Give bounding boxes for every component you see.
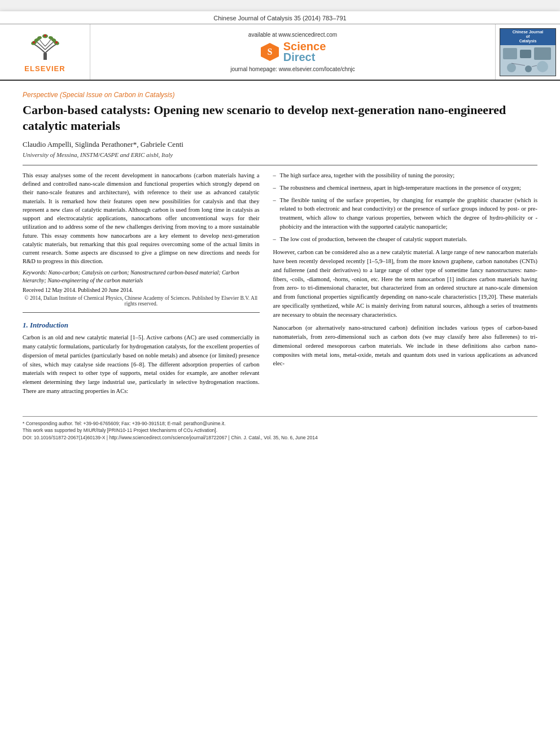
- copyright-line: © 2014, Dalian Institute of Chemical Phy…: [23, 295, 260, 307]
- list-item-2: The robustness and chemical inertness, a…: [273, 184, 537, 193]
- svg-rect-16: [534, 47, 551, 60]
- authors: Claudio Ampelli, Siglinda Perathoner*, G…: [23, 140, 537, 149]
- intro-text: Carbon is an old and new catalytic mater…: [23, 333, 260, 395]
- svg-point-9: [55, 41, 58, 43]
- footer-area: * Corresponding author. Tel: +39-90-6765…: [23, 416, 537, 442]
- divider-top: [23, 165, 537, 165]
- affiliation: University of Messina, INSTM/CASPE and E…: [23, 151, 537, 158]
- left-column: This essay analyses some of the recent d…: [23, 171, 260, 396]
- keywords: Keywords: Nano-carbon; Catalysis on carb…: [23, 269, 260, 285]
- cjc-journal-cover: Chinese Journal of Catalysis: [500, 28, 556, 76]
- cjc-cover-image: [500, 45, 555, 76]
- properties-list: The high surface area, together with the…: [273, 171, 537, 243]
- sciencedirect-box: available at www.sciencedirect.com S Sci…: [90, 24, 495, 80]
- svg-text:S: S: [267, 47, 272, 56]
- available-text: available at www.sciencedirect.com: [248, 32, 337, 38]
- svg-point-17: [507, 63, 516, 72]
- article-title: Carbon-based catalysts: Opening new scen…: [23, 102, 537, 133]
- sciencedirect-icon: S: [260, 42, 280, 62]
- perspective-label: Perspective (Special Issue on Carbon in …: [23, 91, 537, 99]
- elsevier-logo-box: ELSEVIER: [0, 24, 90, 80]
- section-1-heading: 1. Introduction: [23, 321, 260, 330]
- elsevier-wordmark: ELSEVIER: [24, 64, 65, 73]
- svg-point-19: [537, 61, 548, 72]
- svg-point-8: [33, 41, 35, 43]
- two-column-layout: This essay analyses some of the recent d…: [23, 171, 537, 396]
- sciencedirect-logo: S Science Direct: [260, 40, 326, 64]
- abstract-text: This essay analyses some of the recent d…: [23, 171, 260, 265]
- svg-rect-14: [503, 48, 517, 59]
- journal-citation: Chinese Journal of Catalysis 35 (2014) 7…: [0, 11, 560, 24]
- divider-mid: [23, 312, 260, 313]
- svg-point-10: [44, 34, 46, 37]
- list-item-4: The low cost of production, between the …: [273, 235, 537, 244]
- top-banner: ELSEVIER available at www.sciencedirect.…: [0, 24, 560, 81]
- cjc-title: Chinese Journal of Catalysis: [500, 29, 555, 45]
- corresponding-author: * Corresponding author. Tel: +39-90-6765…: [23, 420, 537, 427]
- svg-rect-15: [520, 50, 531, 58]
- doi-line: DOI: 10.1016/S1872-2067(14)60139-X | htt…: [23, 434, 537, 442]
- svg-point-18: [525, 65, 532, 72]
- cjc-logo-box: Chinese Journal of Catalysis: [495, 24, 560, 80]
- right-column: The high surface area, together with the…: [273, 171, 537, 396]
- direct-text: Direct: [283, 51, 326, 64]
- svg-rect-0: [43, 53, 47, 60]
- list-item-1: The high surface area, together with the…: [273, 171, 537, 180]
- homepage-url: journal homepage: www.elsevier.com/locat…: [230, 66, 355, 72]
- elsevier-tree-icon: [28, 32, 62, 63]
- received-line: Received 12 May 2014. Published 20 June …: [23, 287, 260, 293]
- funding-info: This work was supported by MIUR/Italy [P…: [23, 427, 537, 434]
- right-para-1: However, carbon can be considered also a…: [273, 248, 537, 319]
- list-item-3: The flexible tuning of the surface prope…: [273, 196, 537, 231]
- article-content: Perspective (Special Issue on Carbon in …: [0, 81, 560, 407]
- right-para-2: Nanocarbon (or alternatively nano-struct…: [273, 324, 537, 368]
